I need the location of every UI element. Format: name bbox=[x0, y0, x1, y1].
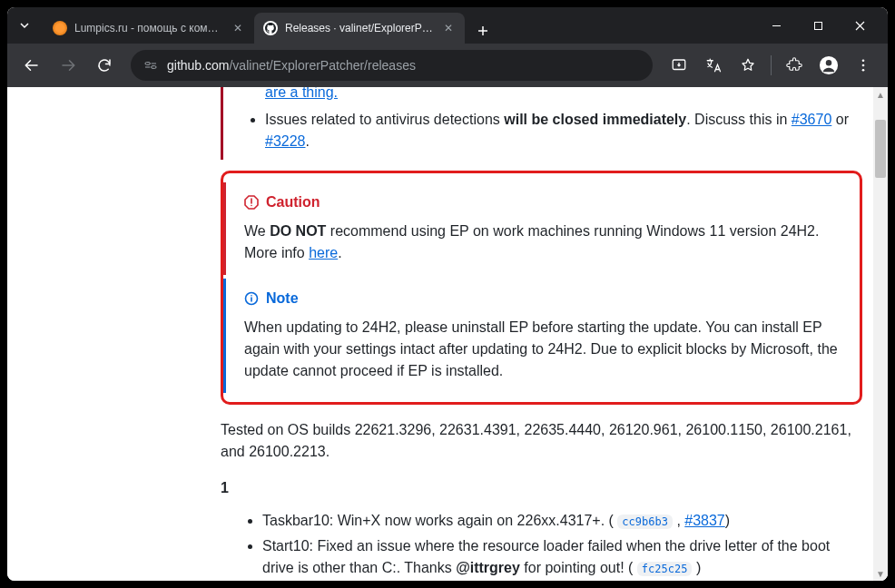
window-controls bbox=[755, 7, 880, 44]
scroll-down-icon[interactable]: ▼ bbox=[873, 566, 888, 581]
caution-title: Caution bbox=[244, 191, 841, 213]
section-number: 1 bbox=[221, 477, 862, 499]
tabs-dropdown-icon[interactable] bbox=[15, 15, 34, 35]
browser-window: Lumpics.ru - помощь с компью ✕ Releases … bbox=[7, 7, 888, 581]
svg-point-8 bbox=[862, 69, 865, 72]
commit-link[interactable]: cc9b6b3 bbox=[617, 514, 673, 529]
install-app-icon[interactable] bbox=[664, 50, 694, 81]
mention: @ittrgrey bbox=[456, 560, 520, 575]
scrollbar[interactable]: ▲ ▼ bbox=[873, 87, 888, 581]
svg-rect-2 bbox=[152, 66, 156, 69]
list-item: Issues related to antivirus detections w… bbox=[265, 109, 862, 152]
changelog: Taskbar10: Win+X now works again on 226x… bbox=[221, 510, 862, 579]
page-content: are a thing. Issues related to antivirus… bbox=[7, 87, 888, 581]
toolbar: github.com/valinet/ExplorerPatcher/relea… bbox=[7, 44, 888, 87]
link-issue-3837[interactable]: #3837 bbox=[684, 513, 725, 528]
minimize-button[interactable] bbox=[755, 7, 797, 44]
info-icon bbox=[244, 291, 259, 306]
list-item: Taskbar10: Win+X now works again on 226x… bbox=[262, 510, 862, 532]
new-tab-button[interactable] bbox=[470, 18, 496, 44]
close-window-button[interactable] bbox=[839, 7, 880, 44]
translate-icon[interactable] bbox=[698, 50, 729, 81]
tab-lumpics[interactable]: Lumpics.ru - помощь с компью ✕ bbox=[44, 13, 254, 44]
scroll-up-icon[interactable]: ▲ bbox=[873, 87, 888, 102]
bookmark-icon[interactable] bbox=[733, 50, 763, 81]
tested-text: Tested on OS builds 22621.3296, 22631.43… bbox=[221, 419, 862, 463]
link-are-a-thing[interactable]: are a thing. bbox=[265, 87, 338, 100]
note-callout: Note When updating to 24H2, please unins… bbox=[223, 279, 858, 393]
scroll-thumb[interactable] bbox=[875, 120, 886, 178]
site-settings-icon bbox=[143, 58, 158, 73]
svg-point-5 bbox=[826, 60, 831, 65]
svg-rect-1 bbox=[145, 63, 150, 65]
highlighted-callouts: Caution We DO NOT recommend using EP on … bbox=[221, 171, 862, 405]
svg-point-6 bbox=[862, 59, 865, 62]
forward-button[interactable] bbox=[53, 50, 84, 81]
close-icon[interactable]: ✕ bbox=[231, 21, 245, 35]
toolbar-right bbox=[664, 50, 879, 81]
tab-title: Lumpics.ru - помощь с компью bbox=[74, 22, 223, 34]
maximize-button[interactable] bbox=[797, 7, 839, 44]
reload-button[interactable] bbox=[89, 50, 120, 81]
profile-icon[interactable] bbox=[813, 50, 844, 81]
note-body: When updating to 24H2, please uninstall … bbox=[244, 317, 841, 382]
important-callout: are a thing. Issues related to antivirus… bbox=[221, 87, 862, 160]
link-issue-3228[interactable]: #3228 bbox=[265, 133, 306, 149]
menu-icon[interactable] bbox=[848, 50, 879, 81]
extensions-icon[interactable] bbox=[779, 50, 810, 81]
caution-body: We DO NOT recommend using EP on work mac… bbox=[244, 220, 841, 264]
divider bbox=[771, 55, 772, 75]
tab-strip: Lumpics.ru - помощь с компью ✕ Releases … bbox=[44, 7, 755, 44]
address-bar[interactable]: github.com/valinet/ExplorerPatcher/relea… bbox=[131, 50, 653, 81]
link-issue-3670[interactable]: #3670 bbox=[792, 112, 832, 127]
list-item: Start10: Fixed an issue where the resour… bbox=[262, 535, 862, 579]
favicon-github-icon bbox=[263, 21, 278, 35]
bold-text: DO NOT bbox=[270, 223, 326, 239]
svg-point-7 bbox=[862, 64, 865, 67]
stop-icon bbox=[244, 195, 259, 210]
tab-github[interactable]: Releases · valinet/ExplorerPatch ✕ bbox=[254, 13, 465, 44]
left-gutter bbox=[7, 87, 221, 581]
url-text: github.com/valinet/ExplorerPatcher/relea… bbox=[167, 58, 416, 73]
svg-rect-0 bbox=[814, 22, 821, 29]
caution-callout: Caution We DO NOT recommend using EP on … bbox=[223, 182, 858, 275]
commit-link[interactable]: fc25c25 bbox=[637, 562, 693, 576]
note-title: Note bbox=[244, 288, 841, 309]
favicon-lumpics-icon bbox=[53, 21, 67, 35]
tab-title: Releases · valinet/ExplorerPatch bbox=[285, 22, 434, 34]
link-here[interactable]: here bbox=[309, 245, 338, 260]
bold-text: will be closed immediately bbox=[504, 112, 686, 127]
release-body: are a thing. Issues related to antivirus… bbox=[221, 87, 888, 581]
back-button[interactable] bbox=[16, 50, 47, 81]
titlebar: Lumpics.ru - помощь с компью ✕ Releases … bbox=[7, 7, 888, 44]
close-icon[interactable]: ✕ bbox=[441, 21, 456, 35]
